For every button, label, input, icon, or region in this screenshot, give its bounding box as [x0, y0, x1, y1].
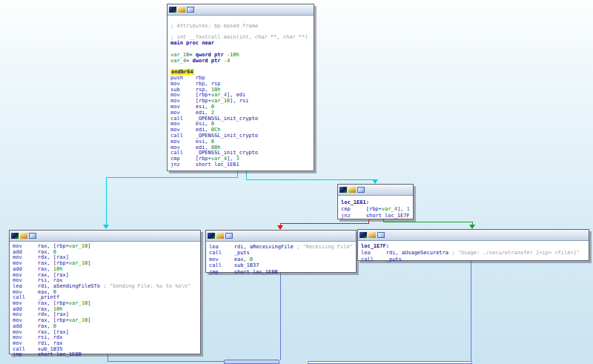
node-titlebar[interactable] [206, 231, 356, 242]
node-color-icon[interactable] [348, 187, 356, 193]
edge-main-to-send [106, 177, 238, 178]
asm-token: push rbp [170, 75, 205, 81]
asm-token: 80h [211, 145, 221, 150]
asm-line[interactable]: var_4= dword ptr -4 [170, 59, 314, 64]
asm-token: _OPENSSL_init_crypto [196, 133, 258, 139]
asm-token: ; "Usage: ./securetransfer [<ip> <file>]… [448, 250, 580, 256]
graph-node-loc-1E7F[interactable]: loc_1E7F:lea rdi, aUsageSecuretra ; "Usa… [357, 229, 589, 261]
node-frame-icon[interactable] [377, 232, 385, 238]
node-frame-icon[interactable] [29, 233, 36, 239]
asm-token: loc_1E8B [56, 351, 82, 357]
edge-arrow [103, 225, 109, 229]
partial-node-bottom-left[interactable] [224, 360, 279, 364]
asm-token: jmp short [13, 351, 56, 357]
node-group-icon[interactable] [360, 232, 367, 238]
node-color-icon[interactable] [368, 232, 376, 238]
asm-token: 3 [236, 156, 239, 162]
partial-node-merge[interactable] [308, 361, 472, 364]
node-group-icon[interactable] [11, 233, 19, 239]
node-body[interactable]: loc_1E7F:lea rdi, aUsageSecuretra ; "Usa… [358, 241, 589, 263]
edge-send-to-merge [107, 361, 225, 362]
asm-token: 0Ch [211, 127, 221, 133]
node-titlebar[interactable] [338, 185, 413, 196]
asm-token: mov esi, [170, 139, 211, 145]
asm-token: ], rsi [230, 98, 248, 104]
asm-line[interactable]: jnz short loc_1E7F [341, 213, 413, 219]
asm-line[interactable]: jnz short loc_1E61 [170, 162, 314, 168]
asm-token: var_10 [170, 52, 189, 58]
asm-token: call [209, 262, 234, 268]
graph-node-loc-1E61[interactable]: loc_1E61:cmp [rbp+var_4], 1jnz short loc… [337, 184, 414, 219]
node-color-icon[interactable] [20, 233, 27, 239]
node-body[interactable]: ; Attributes: bp-based frame ; int __fas… [168, 16, 314, 168]
asm-token: mov edi, [170, 127, 211, 133]
node-titlebar[interactable] [168, 4, 314, 16]
asm-token: ; int __fastcall main(int, char **, char… [170, 34, 308, 40]
node-body[interactable]: mov rax, [rbp+var_10]add rax, 8mov rdx, … [10, 242, 200, 358]
asm-line[interactable]: jmp short loc_1E8B [209, 269, 356, 275]
node-titlebar[interactable] [358, 230, 589, 241]
asm-token: = [186, 58, 192, 64]
asm-token: 1 [407, 206, 410, 212]
asm-token: jnz short [341, 213, 385, 219]
asm-token: -4 [224, 58, 230, 64]
asm-token: var_10 [69, 300, 87, 306]
asm-line[interactable]: call _puts [209, 250, 356, 256]
asm-line[interactable]: main proc near [170, 41, 314, 47]
asm-token: var_10 [69, 243, 87, 249]
asm-token: ] [87, 243, 90, 249]
asm-token: mov esi, [170, 104, 211, 110]
asm-token: mov edi, [170, 145, 211, 150]
node-group-icon[interactable] [169, 7, 176, 13]
asm-line[interactable]: loc_1E61: [341, 199, 413, 206]
node-body[interactable]: lea rdi, aReceivingFile ; "Receiving Fil… [206, 242, 356, 275]
asm-token: _puts [234, 250, 250, 256]
asm-line[interactable]: cmp [rbp+var_4], 1 [341, 206, 413, 213]
asm-token: 0 [211, 139, 214, 145]
asm-token: loc_1E7F: [361, 243, 389, 249]
node-frame-icon[interactable] [187, 7, 194, 13]
asm-line[interactable]: lea rdi, aReceivingFile ; "Receiving Fil… [209, 244, 356, 250]
asm-token: lea rdi, [361, 250, 402, 256]
graph-node-receive-file[interactable]: lea rdi, aReceivingFile ; "Receiving Fil… [205, 230, 357, 273]
asm-token: ], [227, 156, 236, 162]
asm-token: sub rsp, [170, 87, 211, 93]
asm-line[interactable]: call sub_1B37 [209, 262, 356, 268]
asm-token: cmp [rbp+ [341, 206, 382, 212]
node-group-icon[interactable] [208, 233, 215, 239]
asm-token: call [209, 250, 234, 256]
asm-token: _puts [386, 257, 402, 262]
asm-line[interactable]: call _puts [361, 257, 589, 263]
asm-line[interactable]: mov eax, 0 [209, 257, 356, 262]
node-frame-icon[interactable] [225, 233, 233, 239]
node-color-icon[interactable] [178, 7, 185, 13]
edge-cmp1-to-recv [280, 223, 369, 224]
asm-token: var_4 [211, 156, 227, 162]
node-frame-icon[interactable] [357, 187, 365, 193]
asm-token: var_4 [382, 206, 397, 212]
asm-token: loc_1E7F [385, 213, 410, 219]
asm-line[interactable]: loc_1E7F: [361, 243, 589, 250]
asm-line[interactable]: lea rdi, aUsageSecuretra ; "Usage: ./sec… [361, 250, 589, 257]
graph-node-main[interactable]: ; Attributes: bp-based frame ; int __fas… [167, 4, 314, 171]
node-titlebar[interactable] [10, 231, 200, 242]
node-color-icon[interactable] [216, 233, 224, 239]
asm-token: lea rdi, [209, 244, 250, 250]
asm-token: qword ptr [196, 52, 227, 58]
asm-token: dword ptr [193, 58, 224, 64]
asm-token: mov [rbp+ [170, 98, 211, 104]
node-group-icon[interactable] [339, 187, 347, 193]
asm-token: var_4 [170, 58, 186, 64]
asm-token: aSendingFileSTo [53, 283, 100, 289]
graph-node-send-file[interactable]: mov rax, [rbp+var_10]add rax, 8mov rdx, … [9, 230, 201, 354]
asm-line[interactable]: jmp short loc_1E8B [13, 352, 200, 358]
node-body[interactable]: loc_1E61:cmp [rbp+var_4], 1jnz short loc… [338, 196, 413, 219]
asm-token: loc_1E61 [214, 162, 239, 168]
asm-token: mov eax, [209, 257, 250, 262]
graph-canvas[interactable]: ; Attributes: bp-based frame ; int __fas… [0, 0, 593, 364]
edge-usage-to-merge [471, 261, 471, 361]
edge-main-to-cmp1 [246, 179, 376, 180]
edge-cmp1-to-usage [383, 222, 473, 222]
asm-line[interactable]: ; Attributes: bp-based frame [170, 24, 314, 30]
asm-token: mov esi, [170, 121, 211, 127]
